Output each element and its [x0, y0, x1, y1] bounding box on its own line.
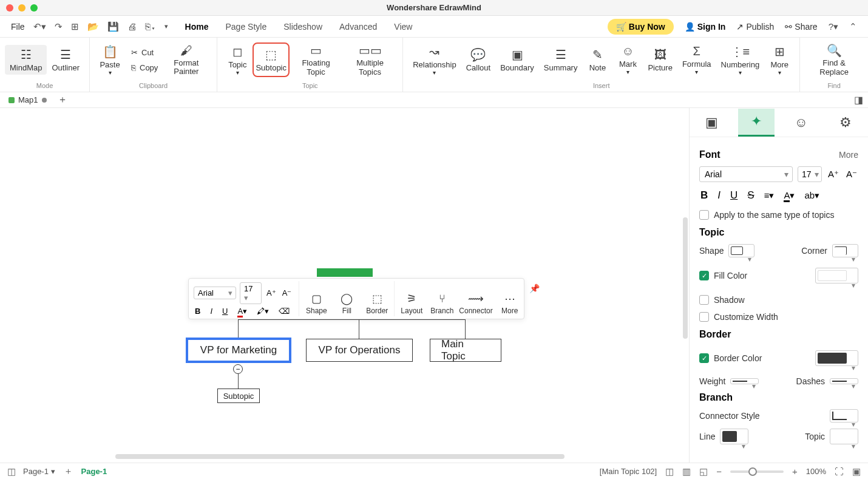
shadow-checkbox[interactable] [699, 295, 709, 305]
ft-highlight-button[interactable]: 🖍▾ [256, 307, 270, 316]
boundary-button[interactable]: ▣Boundary [495, 45, 539, 75]
view-mode-3-button[interactable]: ◱ [699, 466, 708, 477]
paste-button[interactable]: 📋 Paste ▾ [95, 42, 125, 78]
subtopic-button[interactable]: ⬚ Subtopic [253, 42, 290, 77]
open-button[interactable]: 📂 [87, 21, 99, 32]
help-button[interactable]: ?▾ [829, 21, 838, 32]
new-button[interactable]: ⊞ [71, 21, 79, 32]
font-size-select[interactable]: 17 [798, 166, 822, 182]
numbering-button[interactable]: ⋮≡Numbering▾ [716, 42, 765, 78]
close-window-button[interactable] [6, 4, 13, 12]
ft-italic-button[interactable]: I [209, 307, 214, 316]
sp-tab-layout[interactable]: ▣ [694, 109, 730, 137]
add-document-button[interactable]: ＋ [58, 93, 67, 106]
print-button[interactable]: 🖨 [127, 21, 137, 32]
view-mode-2-button[interactable]: ▥ [682, 466, 691, 477]
page-tab-1[interactable]: Page-1 [81, 467, 107, 476]
more-insert-button[interactable]: ⊞More▾ [764, 42, 795, 78]
file-menu[interactable]: File [11, 22, 25, 32]
line-color-select[interactable] [720, 429, 748, 444]
fill-color-select[interactable] [815, 268, 858, 283]
weight-select[interactable] [730, 378, 759, 384]
ft-underline-button[interactable]: U [221, 307, 229, 316]
ft-font-size-select[interactable]: 17 ▾ [240, 282, 262, 304]
find-replace-button[interactable]: 🔍 Find & Replace [805, 41, 863, 79]
node-subtopic[interactable]: Subtopic [217, 389, 260, 403]
share-button[interactable]: ⚯ Share [785, 22, 817, 32]
central-topic-partial[interactable] [317, 268, 373, 277]
shape-select[interactable] [728, 244, 754, 257]
export-button[interactable]: ⎘▾ [145, 21, 156, 32]
strikethrough-button[interactable]: S [746, 188, 755, 203]
bold-button[interactable]: B [699, 188, 709, 203]
horizontal-scrollbar[interactable] [115, 454, 565, 459]
align-button[interactable]: ≡▾ [763, 189, 776, 202]
vertical-scrollbar[interactable] [683, 217, 688, 436]
collapse-toggle[interactable]: − [233, 364, 243, 374]
sign-in-button[interactable]: 👤 Sign In [685, 22, 726, 32]
relationship-button[interactable]: ↝Relationship▾ [408, 42, 461, 78]
summary-button[interactable]: ☰Summary [539, 45, 583, 75]
toggle-panel-button[interactable]: ◨ [854, 94, 863, 106]
callout-button[interactable]: 💬Callout [461, 45, 495, 75]
ft-branch-button[interactable]: ⑂Branch [429, 293, 455, 315]
canvas[interactable]: Arial▾ 17 ▾ A⁺ A⁻ B I U A▾ 🖍▾ ⌫ ▢Shape ◯… [0, 108, 689, 463]
fill-color-checkbox[interactable]: ✓ [699, 271, 709, 280]
node-main-topic[interactable]: Main Topic [430, 339, 501, 362]
ft-pin-button[interactable]: 📌 [527, 281, 542, 316]
ft-font-color-button[interactable]: A▾ [236, 307, 248, 316]
fit-button[interactable]: ▣ [852, 466, 861, 477]
maximize-window-button[interactable] [30, 4, 38, 12]
save-button[interactable]: 💾 [107, 21, 119, 32]
sp-tab-style[interactable]: ✦ [738, 109, 775, 137]
border-color-checkbox[interactable]: ✓ [699, 353, 709, 363]
picture-button[interactable]: 🖼Picture [643, 46, 677, 75]
ft-shape-button[interactable]: ▢Shape [303, 292, 330, 315]
tab-page-style[interactable]: Page Style [225, 22, 266, 32]
node-vp-marketing[interactable]: VP for Marketing [186, 338, 291, 363]
case-button[interactable]: ab▾ [803, 189, 821, 202]
node-vp-operations[interactable]: VP for Operations [306, 339, 413, 362]
ft-font-family-select[interactable]: Arial▾ [194, 287, 236, 299]
branch-topic-select[interactable] [830, 429, 858, 444]
increase-font-button[interactable]: A⁺ [827, 168, 840, 181]
cut-button[interactable]: ✂ Cut [129, 47, 160, 58]
redo-button[interactable]: ↷ [55, 21, 63, 32]
format-painter-button[interactable]: 🖌 Format Painter [160, 41, 212, 79]
copy-button[interactable]: ⎘ Copy [129, 62, 160, 73]
outliner-button[interactable]: ☰ Outliner [47, 45, 84, 75]
tab-slideshow[interactable]: Slideshow [283, 22, 322, 32]
underline-button[interactable]: U [729, 188, 739, 203]
font-more-button[interactable]: More [839, 150, 858, 160]
corner-select[interactable] [832, 244, 858, 257]
font-color-button[interactable]: A▾ [782, 189, 796, 202]
sp-tab-emoji[interactable]: ☺ [783, 109, 819, 137]
page-dropdown[interactable]: Page-1 ▾ [23, 467, 55, 476]
apply-same-type-checkbox[interactable] [699, 210, 709, 220]
ft-border-button[interactable]: ⬚Border [364, 292, 390, 315]
note-button[interactable]: ✎Note [582, 45, 612, 75]
tab-view[interactable]: View [394, 22, 412, 32]
border-color-select[interactable] [815, 350, 858, 366]
ft-bold-button[interactable]: B [194, 307, 202, 316]
ft-more-button[interactable]: ⋯More [497, 292, 523, 315]
zoom-slider[interactable] [730, 470, 784, 473]
ft-decrease-font-button[interactable]: A⁻ [281, 288, 293, 297]
formula-button[interactable]: ΣFormula▾ [677, 42, 716, 78]
collapse-ribbon-button[interactable]: ⌃ [849, 21, 857, 32]
pages-list-button[interactable]: ◫ [7, 466, 16, 477]
decrease-font-button[interactable]: A⁻ [845, 168, 858, 181]
ft-increase-font-button[interactable]: A⁺ [265, 288, 277, 297]
ft-connector-button[interactable]: ⟿Connector [459, 292, 492, 315]
fullscreen-button[interactable]: ⛶ [835, 466, 844, 477]
zoom-in-button[interactable]: + [792, 466, 798, 477]
ft-fill-button[interactable]: ◯Fill [333, 292, 360, 315]
connector-style-select[interactable] [830, 409, 858, 423]
multiple-topics-button[interactable]: ▭▭ Multiple Topics [342, 41, 398, 79]
font-family-select[interactable]: Arial [699, 166, 793, 182]
buy-now-button[interactable]: 🛒 Buy Now [608, 19, 674, 35]
zoom-out-button[interactable]: − [716, 466, 722, 477]
add-page-button[interactable]: ＋ [64, 466, 73, 477]
ft-layout-button[interactable]: ⚞Layout [398, 292, 425, 315]
customize-width-checkbox[interactable] [699, 312, 709, 322]
